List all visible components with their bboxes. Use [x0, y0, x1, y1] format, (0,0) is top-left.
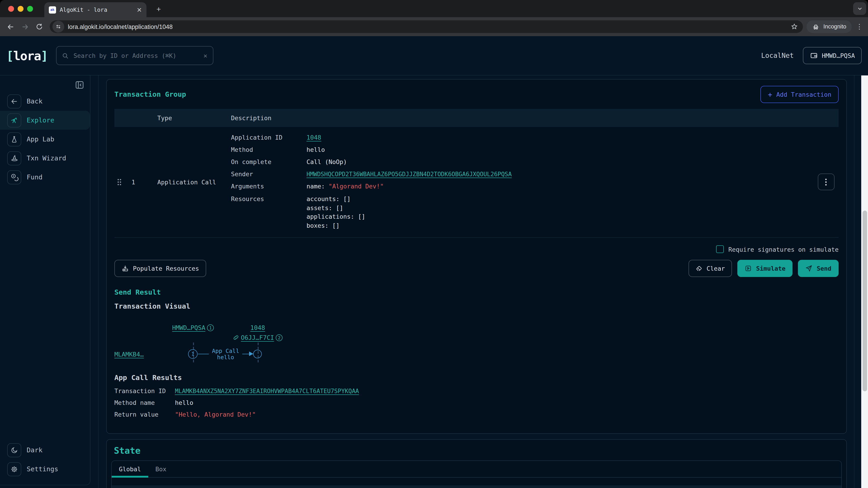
- send-button[interactable]: Send: [798, 260, 839, 277]
- sidebar-item-app-lab[interactable]: App Lab: [0, 130, 90, 149]
- on-complete-value: Call (NoOp): [307, 158, 347, 165]
- forward-button[interactable]: [18, 20, 32, 33]
- clear-label: Clear: [707, 265, 725, 272]
- browser-menu-button[interactable]: ⋮: [855, 21, 864, 33]
- address-bar[interactable]: lora.algokit.io/localnet/application/104…: [50, 20, 803, 33]
- sidebar-item-fund[interactable]: Fund: [0, 168, 90, 187]
- transaction-group-title: Transaction Group: [114, 90, 186, 98]
- state-card: State Global Box Key Type Value: [106, 439, 847, 488]
- transaction-visual-title: Transaction Visual: [114, 302, 839, 311]
- drag-handle-icon[interactable]: [114, 178, 124, 186]
- logo-bracket-open: [: [6, 48, 13, 63]
- sidebar-item-theme-toggle[interactable]: Dark: [0, 441, 90, 459]
- tab-title: AlgoKit - lora: [60, 6, 133, 13]
- sidebar-item-label: Dark: [27, 447, 42, 454]
- wizard-hat-icon: [7, 151, 21, 165]
- method-name-value: hello: [175, 399, 193, 406]
- gear-icon: [7, 462, 21, 476]
- populate-resources-button[interactable]: Populate Resources: [114, 260, 206, 277]
- wallet-icon: [810, 52, 818, 60]
- from-node-number: 1: [191, 351, 194, 357]
- search-icon: [62, 52, 68, 59]
- sidebar-item-label: Fund: [27, 173, 42, 181]
- field-label: Application ID: [231, 134, 307, 141]
- network-label[interactable]: LocalNet: [761, 52, 794, 60]
- scrollbar-thumb[interactable]: [862, 210, 867, 391]
- argument-key: name:: [307, 183, 325, 190]
- search-clear-icon[interactable]: ✕: [204, 52, 207, 59]
- sidebar: Back Explore App Lab: [0, 75, 90, 485]
- sender-badge: 1: [207, 324, 214, 331]
- field-label: Resources: [231, 195, 307, 202]
- sidebar-collapse-button[interactable]: [74, 80, 85, 90]
- group-id-link[interactable]: O6JJ…F7CI: [241, 334, 274, 341]
- tab-box[interactable]: Box: [156, 465, 166, 473]
- resource-item: applications: []: [307, 213, 365, 221]
- require-signatures-checkbox[interactable]: [716, 246, 724, 253]
- visual-transaction-link[interactable]: MLAMKB4…: [114, 351, 144, 358]
- bookmark-star-icon[interactable]: [789, 21, 800, 33]
- sidebar-item-explore[interactable]: Explore: [0, 111, 90, 130]
- close-window-icon[interactable]: [8, 6, 14, 12]
- result-label: Return value: [114, 411, 175, 418]
- link-icon: [233, 334, 239, 341]
- tab-close-icon[interactable]: ✕: [137, 6, 142, 13]
- browser-toolbar: lora.algokit.io/localnet/application/104…: [0, 17, 868, 36]
- transaction-row[interactable]: 1 Application Call Application ID1048 Me…: [114, 127, 839, 238]
- play-square-icon: [745, 265, 752, 272]
- coins-icon: [7, 170, 21, 184]
- method-value: hello: [307, 146, 325, 153]
- edge-label-type: App Call: [212, 348, 239, 354]
- reload-button[interactable]: [33, 20, 46, 33]
- chevron-down-icon: [857, 6, 862, 11]
- zoom-window-icon[interactable]: [27, 6, 33, 12]
- arrow-right-icon: [21, 23, 29, 31]
- app-call-results-title: App Call Results: [114, 374, 839, 382]
- new-tab-button[interactable]: +: [153, 4, 164, 15]
- tune-icon: [55, 24, 61, 30]
- connected-wallet-button[interactable]: HMWD…PQSA: [803, 47, 862, 64]
- edge-label[interactable]: App Call hello: [209, 348, 242, 360]
- state-title: State: [111, 446, 842, 456]
- url-text[interactable]: lora.algokit.io/localnet/application/104…: [68, 23, 785, 30]
- field-label: Method: [231, 146, 307, 153]
- incognito-label: Incognito: [824, 24, 846, 30]
- arrow-left-icon: [6, 23, 14, 31]
- transaction-group-card: Transaction Group + Add Transaction Type…: [106, 79, 847, 434]
- sidebar-item-label: Back: [27, 98, 42, 105]
- tab-overflow-button[interactable]: [853, 2, 866, 15]
- search-input[interactable]: [72, 52, 199, 60]
- browser-tab[interactable]: ak AlgoKit - lora ✕: [44, 2, 147, 17]
- sender-address-link[interactable]: HMWDSHQCOPD2T36WBAHLAZ6PO5GDJJZBN4D2TODK…: [307, 171, 512, 177]
- site-settings-icon[interactable]: [53, 21, 64, 33]
- page-scrollbar[interactable]: [861, 75, 868, 488]
- moon-icon: [7, 443, 21, 457]
- column-header-type: Type: [143, 114, 231, 122]
- clear-button[interactable]: Clear: [688, 260, 732, 277]
- result-label: Method name: [114, 399, 175, 406]
- add-transaction-button[interactable]: + Add Transaction: [761, 86, 839, 103]
- application-id-link[interactable]: 1048: [307, 134, 321, 141]
- back-button[interactable]: [4, 20, 17, 33]
- search-box[interactable]: ✕: [56, 46, 213, 65]
- tab-global[interactable]: Global: [119, 465, 141, 473]
- paper-plane-icon: [805, 265, 813, 272]
- sidebar-footer: Dark Settings: [0, 441, 90, 479]
- sidebar-item-label: Explore: [27, 117, 54, 124]
- sidebar-item-back[interactable]: Back: [0, 92, 90, 111]
- panel-collapse-icon: [74, 80, 85, 90]
- sidebar-item-label: App Lab: [27, 135, 54, 143]
- resource-item: assets: []: [307, 203, 365, 213]
- lora-logo[interactable]: [lora]: [6, 48, 48, 63]
- transaction-id-link[interactable]: MLAMKB4ANXZ5NA2XY7ZNF3EAIROHVWPAB4A7CLT6…: [175, 388, 359, 394]
- argument-value: "Algorand Dev!": [329, 183, 384, 190]
- simulate-button[interactable]: Simulate: [738, 260, 793, 277]
- row-menu-button[interactable]: [817, 173, 834, 190]
- transaction-table-header: Type Description: [114, 109, 839, 127]
- sidebar-item-settings[interactable]: Settings: [0, 459, 90, 479]
- minimize-window-icon[interactable]: [18, 6, 24, 12]
- sidebar-item-txn-wizard[interactable]: Txn Wizard: [0, 149, 90, 168]
- visual-sender-link[interactable]: HMWD…PQSA: [172, 324, 205, 331]
- visual-application-link[interactable]: 1048: [250, 324, 265, 331]
- field-label: On complete: [231, 158, 307, 165]
